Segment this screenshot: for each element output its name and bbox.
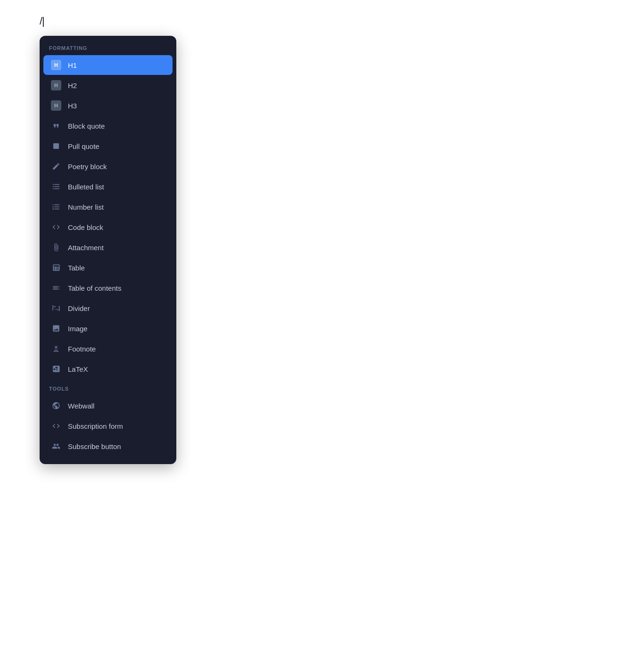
- bulleted-icon: [51, 181, 61, 192]
- footnote-icon: [51, 343, 61, 354]
- menu-item-footnote-label: Footnote: [68, 345, 96, 353]
- menu-item-divider[interactable]: Divider: [43, 298, 173, 318]
- menu-item-h1[interactable]: H H1: [43, 55, 173, 75]
- svg-rect-0: [53, 143, 59, 149]
- pullquote-icon: [51, 141, 61, 151]
- menu-item-numbered[interactable]: Number list: [43, 197, 173, 217]
- menu-item-subscription-form[interactable]: Subscription form: [43, 416, 173, 436]
- menu-item-webwall[interactable]: Webwall: [43, 396, 173, 416]
- h2-icon: H: [51, 80, 61, 90]
- attachment-icon: [51, 242, 61, 253]
- menu-item-latex[interactable]: LaTeX: [43, 359, 173, 379]
- menu-item-poetry[interactable]: Poetry block: [43, 156, 173, 176]
- menu-item-subscription-form-label: Subscription form: [68, 422, 123, 430]
- menu-item-image[interactable]: Image: [43, 319, 173, 338]
- menu-item-latex-label: LaTeX: [68, 365, 88, 373]
- menu-item-pullquote-label: Pull quote: [68, 142, 99, 150]
- command-menu: FORMATTING H H1 H H2 H H3 Block quote Pu…: [40, 36, 176, 464]
- poetry-icon: [51, 161, 61, 172]
- menu-item-toc-label: Table of contents: [68, 284, 121, 292]
- menu-item-footnote[interactable]: Footnote: [43, 339, 173, 359]
- image-icon: [51, 323, 61, 334]
- toc-icon: [51, 283, 61, 293]
- menu-item-bulleted[interactable]: Bulleted list: [43, 177, 173, 196]
- menu-item-divider-label: Divider: [68, 304, 90, 312]
- menu-item-poetry-label: Poetry block: [68, 163, 107, 171]
- blockquote-icon: [51, 121, 61, 131]
- menu-item-toc[interactable]: Table of contents: [43, 278, 173, 298]
- code-icon: [51, 222, 61, 232]
- h1-icon: H: [51, 60, 61, 70]
- menu-item-image-label: Image: [68, 325, 88, 333]
- slash-trigger: /|: [40, 15, 44, 27]
- formatting-section-label: FORMATTING: [40, 43, 176, 55]
- menu-item-h2-label: H2: [68, 82, 77, 90]
- table-icon: [51, 262, 61, 273]
- divider-icon: [51, 303, 61, 313]
- menu-item-table-label: Table: [68, 264, 85, 272]
- menu-item-subscribe-button[interactable]: Subscribe button: [43, 436, 173, 456]
- menu-item-code[interactable]: Code block: [43, 217, 173, 237]
- menu-item-h3-label: H3: [68, 102, 77, 110]
- h3-icon: H: [51, 100, 61, 111]
- menu-item-pullquote[interactable]: Pull quote: [43, 136, 173, 156]
- latex-icon: [51, 364, 61, 374]
- menu-item-table[interactable]: Table: [43, 258, 173, 278]
- menu-item-blockquote-label: Block quote: [68, 122, 105, 130]
- menu-item-attachment-label: Attachment: [68, 244, 104, 252]
- menu-item-blockquote[interactable]: Block quote: [43, 116, 173, 136]
- menu-item-code-label: Code block: [68, 223, 103, 231]
- webwall-icon: [51, 400, 61, 411]
- menu-item-subscribe-button-label: Subscribe button: [68, 442, 121, 450]
- menu-item-h2[interactable]: H H2: [43, 75, 173, 95]
- menu-item-h3[interactable]: H H3: [43, 96, 173, 115]
- menu-item-attachment[interactable]: Attachment: [43, 237, 173, 257]
- numbered-icon: [51, 202, 61, 212]
- tools-section-label: TOOLS: [40, 384, 176, 395]
- menu-item-h1-label: H1: [68, 61, 77, 69]
- subscription-form-icon: [51, 421, 61, 431]
- menu-item-numbered-label: Number list: [68, 203, 104, 211]
- menu-item-webwall-label: Webwall: [68, 402, 94, 410]
- subscribe-button-icon: [51, 441, 61, 451]
- menu-item-bulleted-label: Bulleted list: [68, 183, 104, 191]
